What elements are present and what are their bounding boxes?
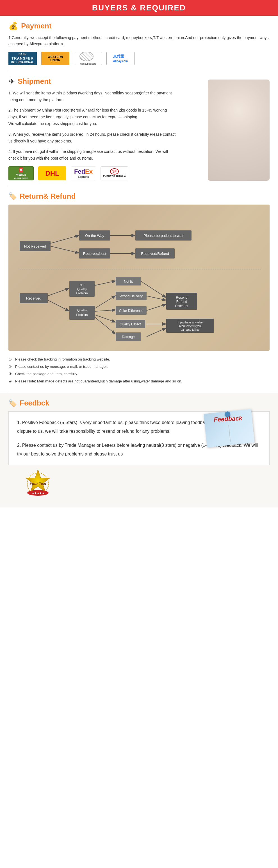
svg-text:Problem: Problem [76,313,88,316]
svg-line-26 [95,315,115,322]
payment-title-row: 💰 Payment [8,21,270,31]
bank-transfer-logo: BANKTRANSFERINTERNATIONAL [8,52,37,65]
feedback-section: 🏷️ Feedbck Feedback 1. Positive Feedback… [0,393,278,507]
moneybookers-logo: moneybookers [74,52,102,65]
svg-text:Problem: Problem [76,291,88,295]
shipment-heading: Shipment [18,77,51,86]
svg-line-22 [95,296,115,309]
svg-line-18 [48,300,69,311]
payment-description: 1.Generally, we accept the following pay… [8,35,270,47]
svg-line-16 [95,281,115,285]
on-the-way-label: On the Way [85,234,104,238]
svg-text:can also tell us: can also tell us [181,328,199,331]
fedex-logo: FedEx Express [71,166,96,180]
feedback-content-wrap: Feedback 1. Positive Feedback (5 Stars) … [8,411,270,465]
svg-text:Refund: Refund [176,300,187,304]
western-union-logo: WESTERNUNION [41,52,69,65]
feedback-icon: 🏷️ [8,399,17,407]
not-fit-label: Not fit [124,280,133,283]
sf-express-logo: SF EXPRESS 顺丰速运 [101,166,128,180]
payment-logos: BANKTRANSFERINTERNATIONAL WESTERNUNION m… [8,52,270,65]
damage-label: Damage [122,335,135,339]
return-refund-title-row: 🏷️ Return& Refund [8,192,270,200]
return-refund-heading: Return& Refund [20,192,75,200]
received-label: Received [26,296,41,300]
shipment-point-4: 4. If you have not got it within the shi… [8,148,177,162]
patient-label: Please be patient to wait [143,234,183,238]
shipment-section: ✈ Shipment 1. We will sent the items wit… [0,71,278,186]
not-received-label: Not Received [24,244,46,248]
badge-container: ★★★★★ Your Text [8,465,270,502]
chinapost-logo: 📮 中国邮政 CHINA POST [8,166,34,180]
note-3: ③Check the package and Item, carefully. [8,371,270,377]
return-refund-notes: ①Please check the tracking in formation … [8,356,270,384]
svg-text:If you have any else: If you have any else [178,321,203,324]
return-refund-icon: 🏷️ [8,192,17,200]
shipment-icon: ✈ [8,77,15,86]
shipment-point-2: 2.The shipment by China Post Registered … [8,107,177,127]
quality-defect-label: Quality Defect [119,322,141,326]
svg-text:requirements you: requirements you [179,324,201,328]
svg-line-11 [48,288,69,296]
pencil-graphic [228,425,231,442]
dhl-logo: DHL [38,166,66,180]
page-title: BUYERS & REQUIRED [0,3,278,12]
svg-rect-19 [69,306,95,320]
badge-text: Your Text [30,482,46,486]
svg-line-38 [147,328,166,337]
svg-text:Not: Not [79,283,84,287]
svg-text:★★★★★: ★★★★★ [32,492,45,495]
alipay-logo: 支付宝Alipay.com [106,52,135,65]
svg-line-28 [95,317,115,334]
payment-heading: Payment [21,22,51,30]
shipment-text-area: 1. We will sent the items within 2-5days… [8,90,188,162]
feedback-title-row: 🏷️ Feedbck [8,399,270,407]
feedback-heading: Feedbck [20,399,49,407]
svg-text:Quality: Quality [77,287,87,291]
flowchart-svg: Not Received On the Way Please be patien… [14,210,267,345]
wrong-delivery-label: Wrong Delivery [119,294,143,298]
note-1: ①Please check the tracking in formation … [8,356,270,363]
return-refund-section: 🏷️ Return& Refund Not Received On the Wa… [0,186,278,393]
feedback-note: Feedback [203,406,255,447]
color-difference-label: Color Difference [119,309,143,313]
flowchart-container: Not Received On the Way Please be patien… [8,205,270,351]
note-2: ②Please contact us by meesage, e-mail, o… [8,364,270,370]
header-bar: BUYERS & REQUIRED [0,0,278,16]
svg-line-32 [147,304,166,310]
received-refund-label: Received/Refund [141,251,169,256]
shipment-person-bg [208,80,270,181]
svg-text:Discount: Discount [175,304,188,308]
svg-line-31 [147,296,166,300]
svg-text:Resend: Resend [176,296,187,300]
payment-section: 💰 Payment 1.Generally, we accept the fol… [0,16,278,71]
svg-line-24 [95,310,115,311]
svg-text:Quality: Quality [77,309,87,312]
gold-badge-wrap: ★★★★★ Your Text [17,468,59,499]
svg-line-5 [50,246,79,253]
shipment-point-3: 3. When you receive the items you ordere… [8,131,177,145]
payment-icon: 💰 [8,21,18,31]
shipment-point-1: 1. We will sent the items within 2-5days… [8,90,177,103]
svg-line-1 [50,236,79,243]
note-4: ④Please Note: Men made defects are not g… [8,378,270,384]
received-lost-label: Received/Lost [83,251,106,256]
